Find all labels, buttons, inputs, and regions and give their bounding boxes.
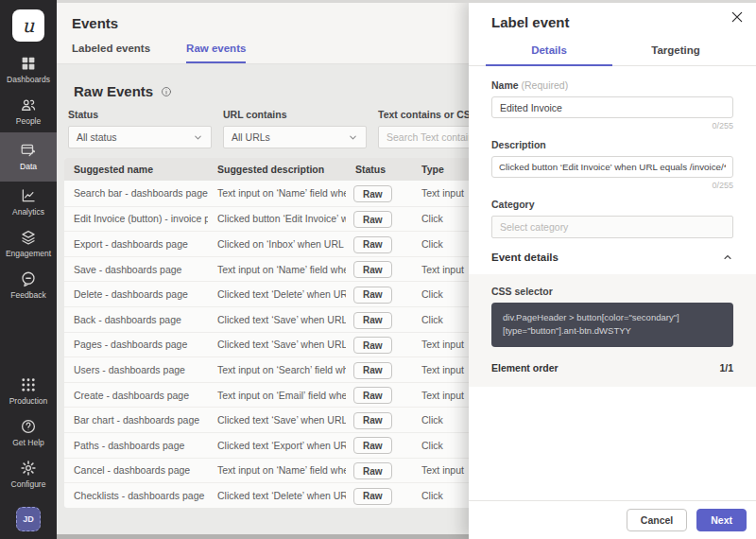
cell-suggested-name: Cancel - dashboards page <box>64 464 208 476</box>
configure-icon <box>20 460 37 477</box>
sidebar-item-label: Feedback <box>10 290 45 300</box>
element-order-value: 1/1 <box>719 362 733 374</box>
cell-suggested-name: Edit Invoice (button) - invoice page <box>64 213 208 224</box>
cell-suggested-description: Clicked text ‘Export’ when URL e… <box>208 440 346 451</box>
status-badge[interactable]: Raw <box>353 387 392 404</box>
cell-suggested-name: Paths - dashboards page <box>64 440 208 451</box>
cell-suggested-name: Delete - dashboards page <box>64 288 208 300</box>
label-event-panel: Label event DetailsTargeting Name (Requi… <box>469 0 756 539</box>
people-icon <box>20 96 37 113</box>
selected-value: All URLs <box>232 131 270 143</box>
cell-suggested-description: Clicked button ‘Edit Invoice’ whe… <box>208 213 346 224</box>
sidebar-item-label: Engagement <box>6 249 51 258</box>
column-header-status: Status <box>346 164 412 175</box>
column-header-suggested-description: Suggested description <box>208 164 346 175</box>
window-top-edge <box>57 0 756 3</box>
chevron-up-icon <box>722 252 733 263</box>
cell-suggested-description: Text input on ‘Name’ field when… <box>208 187 346 199</box>
status-badge[interactable]: Raw <box>353 261 392 278</box>
cell-suggested-name: Save - dashboards page <box>64 264 208 275</box>
description-input[interactable] <box>491 156 733 178</box>
info-icon[interactable] <box>161 86 172 97</box>
cancel-button[interactable]: Cancel <box>627 509 687 531</box>
cell-suggested-description: Clicked text ‘Save’ when URL eq… <box>208 339 346 350</box>
user-avatar[interactable]: JD <box>16 507 41 531</box>
sidebar-item-engagement[interactable]: Engagement <box>0 223 57 265</box>
event-details-section: CSS selector div.PageHeader > button[col… <box>469 274 756 387</box>
cell-suggested-description: Text input on ‘Name’ field when… <box>208 264 346 275</box>
chevron-down-icon <box>348 132 358 143</box>
cell-suggested-description: Clicked text ‘Delete’ when URL e… <box>208 288 346 300</box>
status-badge[interactable]: Raw <box>353 287 392 304</box>
status-badge[interactable]: Raw <box>353 437 392 454</box>
cell-suggested-description: Clicked text ‘Save’ when URL eq… <box>208 414 346 426</box>
status-badge[interactable]: Raw <box>353 362 392 379</box>
sidebar-item-label: Get Help <box>12 438 44 447</box>
event-details-toggle[interactable]: Event details <box>491 252 733 274</box>
status-badge[interactable]: Raw <box>353 337 392 354</box>
cell-suggested-name: Export - dashboards page <box>64 238 208 250</box>
engagement-icon <box>20 229 37 246</box>
status-badge[interactable]: Raw <box>353 312 392 329</box>
sidebar-item-analytics[interactable]: Analytics <box>0 182 57 223</box>
status-badge[interactable]: Raw <box>353 236 392 253</box>
next-button[interactable]: Next <box>696 509 747 531</box>
cell-suggested-name: Users - dashboards page <box>64 364 208 375</box>
app-logo[interactable]: u <box>12 9 44 42</box>
sidebar-item-people[interactable]: People <box>0 91 57 132</box>
sidebar-item-label: Analytics <box>12 207 44 217</box>
panel-title: Label event <box>469 0 756 30</box>
event-details-title: Event details <box>491 252 558 263</box>
status-badge[interactable]: Raw <box>353 462 392 479</box>
production-icon <box>20 376 37 393</box>
sidebar-item-label: Production <box>9 396 48 406</box>
cell-suggested-description: Text input on ‘Name’ field when… <box>208 464 346 476</box>
cell-suggested-name: Checklists - dashboards page <box>64 490 208 501</box>
url-contains-select[interactable]: All URLs <box>223 126 367 148</box>
sidebar-item-label: People <box>16 116 41 126</box>
cell-suggested-name: Create - dashboards page <box>64 390 208 401</box>
panel-body: Name (Required) 0/255 Description 0/255 … <box>469 66 756 500</box>
cell-suggested-name: Back - dashboards page <box>64 314 208 325</box>
status-badge[interactable]: Raw <box>353 185 392 202</box>
close-icon[interactable] <box>728 8 747 26</box>
tab-raw-events[interactable]: Raw events <box>186 43 246 63</box>
selected-value: All status <box>77 131 117 143</box>
help-icon <box>20 418 37 435</box>
sidebar-item-data[interactable]: Data <box>0 132 57 182</box>
sidebar: u DashboardsPeopleDataAnalyticsEngagemen… <box>0 0 57 539</box>
logo-glyph: u <box>23 14 35 37</box>
sidebar-item-label: Configure <box>11 479 46 489</box>
category-label: Category <box>491 199 535 210</box>
status-badge[interactable]: Raw <box>353 488 392 505</box>
panel-tabs: DetailsTargeting <box>469 38 756 66</box>
name-input[interactable] <box>491 96 733 118</box>
panel-footer: Cancel Next <box>469 500 756 539</box>
sidebar-item-get-help[interactable]: Get Help <box>0 412 57 454</box>
tab-labeled-events[interactable]: Labeled events <box>72 43 150 63</box>
filter-label: Status <box>68 109 212 120</box>
status-badge[interactable]: Raw <box>353 211 392 228</box>
sidebar-item-feedback[interactable]: Feedback <box>0 265 57 306</box>
column-header-suggested-name: Suggested name <box>64 164 208 175</box>
sidebar-item-dashboards[interactable]: Dashboards <box>0 49 57 91</box>
analytics-icon <box>20 187 37 204</box>
sidebar-item-configure[interactable]: Configure <box>0 454 57 496</box>
status-select[interactable]: All status <box>68 126 212 148</box>
name-required-hint: (Required) <box>522 79 569 91</box>
name-label: Name <box>491 79 519 91</box>
section-title: Raw Events <box>74 83 153 99</box>
cell-suggested-name: Bar chart - dashboards page <box>64 414 208 426</box>
cell-suggested-name: Search bar - dashboards page <box>64 187 208 199</box>
status-badge[interactable]: Raw <box>353 412 392 429</box>
description-char-counter: 0/255 <box>491 181 733 190</box>
category-select[interactable]: Select category <box>491 216 733 238</box>
filter-status: StatusAll status <box>68 109 212 148</box>
panel-tab-details[interactable]: Details <box>486 38 612 66</box>
page-tabs: Labeled eventsRaw events <box>72 43 246 63</box>
feedback-icon <box>20 270 37 287</box>
description-label: Description <box>491 139 546 150</box>
sidebar-item-production[interactable]: Production <box>0 371 57 412</box>
panel-tab-targeting[interactable]: Targeting <box>612 38 739 66</box>
sidebar-bottom-nav: ProductionGet HelpConfigure <box>0 371 57 496</box>
